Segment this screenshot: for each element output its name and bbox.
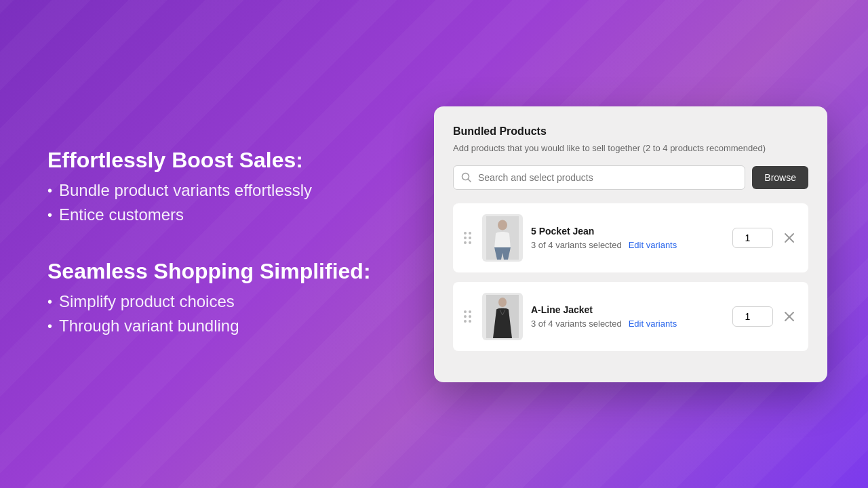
bullet-item: Bundle product variants effortlessly [47,181,371,200]
card-title: Bundled Products [453,125,808,138]
search-input-wrapper [453,165,745,190]
right-panel: Bundled Products Add products that you w… [434,106,827,382]
section2-heading: Seamless Shopping Simplified: [47,258,371,284]
product-thumb-2 [482,293,523,340]
close-icon [784,232,795,243]
product-variants-1: 3 of 4 variants selected Edit variants [531,240,724,250]
bullet-item: Entice customers [47,205,371,224]
product-name-2: A-Line Jacket [531,304,724,315]
page-layout: Effortlessly Boost Sales: Bundle product… [0,0,868,488]
browse-button[interactable]: Browse [752,166,808,189]
remove-button-2[interactable] [781,308,797,325]
svg-point-3 [498,220,507,230]
svg-point-7 [498,298,507,307]
product-item-2: A-Line Jacket 3 of 4 variants selected E… [453,282,808,351]
product-info-2: A-Line Jacket 3 of 4 variants selected E… [531,304,724,329]
search-row: Browse [453,165,808,190]
variants-text-1: 3 of 4 variants selected [531,240,622,250]
remove-button-1[interactable] [781,230,797,246]
edit-variants-link-1[interactable]: Edit variants [629,240,677,250]
product-info-1: 5 Pocket Jean 3 of 4 variants selected E… [531,226,724,250]
quantity-input-1[interactable] [732,228,773,248]
bundled-products-card: Bundled Products Add products that you w… [434,106,827,382]
quantity-input-2[interactable] [732,306,773,327]
drag-handle-1[interactable] [461,229,474,247]
product-name-1: 5 Pocket Jean [531,226,724,237]
close-icon [784,311,795,322]
variants-text-2: 3 of 4 variants selected [531,319,622,329]
card-subtitle: Add products that you would like to sell… [453,143,808,153]
product-thumb-1 [482,214,523,262]
search-input[interactable] [453,165,745,190]
section2-bullets: Simplify product choices Through variant… [47,292,371,336]
section1-heading: Effortlessly Boost Sales: [47,147,371,173]
drag-handle-2[interactable] [461,308,474,325]
edit-variants-link-2[interactable]: Edit variants [629,319,677,329]
left-panel: Effortlessly Boost Sales: Bundle product… [47,147,371,342]
bullet-item: Simplify product choices [47,292,371,311]
section1-bullets: Bundle product variants effortlessly Ent… [47,181,371,224]
bullet-item: Through variant bundling [47,317,371,336]
product-variants-2: 3 of 4 variants selected Edit variants [531,319,724,329]
product-item-1: 5 Pocket Jean 3 of 4 variants selected E… [453,203,808,272]
